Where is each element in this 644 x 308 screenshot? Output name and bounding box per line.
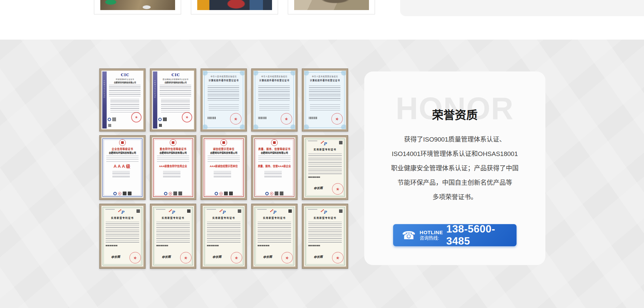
red-seal-icon: ★ [230,251,243,264]
red-seal-icon [220,139,227,146]
qr-code-icon [137,209,140,213]
qr-code-icon [275,192,278,195]
red-seal-icon: ★ [280,251,294,264]
paragraph-line: 获得了ISO9001质量管理体系认证、 [371,132,539,147]
certificate-paper: 重合同守信用等级证书 合肥珂玛环保科技有限公司 AAA级重合同守信用企业 ★ [152,138,194,198]
certificate-decor [308,141,317,141]
certificate-company: 合肥珂玛环保科技有限公司 [154,151,192,154]
barcode-icon [308,176,320,178]
red-seal-icon: ★ [179,251,193,264]
qr-code-icon [238,209,241,213]
certificate-grid: CERTIFICATE CIC 环境管理体系认证证书 合肥珂玛环保科技有限公司 … [99,68,348,270]
cnipa-logo-icon: P [273,210,276,215]
certificate-patent: P 实用新型专利证书 申长雨 ★ [201,204,247,269]
certificate-patent: P 实用新型专利证书 申长雨 ★ [302,204,348,269]
section-title: 荣誉资质 [364,108,545,122]
signature: 申长雨 [212,254,222,259]
certificate-decor [309,86,340,102]
certificate-patent: P 实用新型专利证书 申长雨 ★ [251,204,298,269]
red-seal-icon: ★ [330,112,344,125]
certificate-company: 合肥珂玛环保科技有限公司 [256,151,293,154]
certificate-title: 职业健康安全管理体系认证证书 [158,78,194,80]
certificate-paper: P 实用新型专利证书 申长雨 ★ [203,206,245,266]
project-gallery-strip [0,0,644,40]
star-mark-icon: ★ [169,192,172,195]
project-photo-card[interactable] [94,0,181,14]
certificate-title: 计算机软件著作权登记证书 [204,79,244,82]
certificate-paper: P 实用新型专利证书 申长雨 ★ [102,206,143,266]
certificate-credit: 质量、服务、信誉等级证书 合肥珂玛环保科技有限公司 质量、服务、信誉AAA级企业… [251,135,298,200]
qr-code-icon [123,192,126,195]
certificate-paper: 诚信经营示范单位 合肥珂玛环保科技有限公司 AAA级诚信经营示范单位 ★ [203,138,245,198]
barcode-icon [258,117,266,119]
certificate-paper: 企业信用等级证书 合肥珂玛环保科技有限公司 AAA级 ★ [102,138,143,198]
cic-logo: CIC [108,73,143,77]
certificate-cic-iso: CERTIFICATE CIC 职业健康安全管理体系认证证书 合肥珂玛环保科技有… [150,68,196,132]
concrete-pit-construction-photo [294,0,369,10]
cnipa-logo-icon: P [323,210,326,215]
qr-code-icon [108,124,111,127]
certificate-decor [156,222,190,243]
certificate-side-band: CERTIFICATE [153,71,157,129]
certificate-decor [161,99,190,113]
certificate-decor [207,222,240,243]
certificate-issuer: 中华人民共和国国家版权局 [204,75,243,78]
excavation-green-netting-photo [100,0,175,10]
certificate-decor [264,171,282,177]
red-seal-icon [170,139,176,146]
certificate-decor [108,117,116,121]
signature: 申长雨 [111,254,120,259]
hotline-label-zh: 咨询热线: [420,235,443,241]
certificate-paper: 中华人民共和国国家版权局 计算机软件著作权登记证书 ★ [203,71,245,129]
project-photo-card[interactable] [191,0,278,14]
project-photo-card[interactable] [288,0,375,14]
certificate-patent: P 实用新型专利证书 申长雨 ★ [302,135,348,200]
red-seal-icon [271,139,278,146]
certificate-company: 合肥珂玛环保科技有限公司 [107,81,143,84]
hotline-labels: HOTLINE 咨询热线: [420,229,443,241]
certificate-decor [158,117,167,121]
paragraph-line: 多项荣誉证书。 [371,190,539,204]
cnipa-logo-icon: P [222,210,225,215]
certificate-copyright: 中华人民共和国国家版权局 计算机软件著作权登记证书 ★ [251,68,298,132]
star-mark-icon: ★ [270,192,273,195]
qr-code-icon [163,117,167,121]
certificate-decor [208,86,239,102]
red-seal-icon: ★ [128,251,142,264]
hotline-button[interactable]: ☎ HOTLINE 咨询热线: 138-5600-3485 [393,224,517,246]
red-seal-icon: ★ [331,182,344,196]
certification-mark-icon [113,192,117,195]
certificate-title: 重合同守信用等级证书 [155,147,191,151]
page: CERTIFICATE CIC 环境管理体系认证证书 合肥珂玛环保科技有限公司 … [0,0,644,308]
qr-code-icon [159,124,162,127]
certificate-patent: P 实用新型专利证书 申长雨 ★ [99,204,146,269]
qr-code-icon [178,192,182,195]
certificate-paper: P 实用新型专利证书 申长雨 ★ [152,206,194,266]
hotline-phone-number: 138-5600-3485 [446,223,517,247]
cnipa-logo-icon: P [323,142,326,146]
barcode-icon [308,245,320,246]
qr-code-icon [224,192,228,195]
red-seal-icon: ★ [331,251,344,264]
signature: 申长雨 [162,254,171,259]
certificate-award: AAA级诚信经营示范单位 [204,164,243,168]
barcode-icon [208,117,216,119]
barcode-icon [258,245,270,246]
paragraph-line: ISO14001环境管理体系认证和OHSAS18001 [371,147,539,161]
certificate-decor [160,85,191,97]
certificate-decor [310,104,340,111]
certificate-decor: ★ [104,192,141,195]
qr-code-icon [187,209,191,213]
certificate-title: 实用新型专利证书 [305,148,345,151]
certification-mark-icon [158,118,162,121]
certification-mark-icon [265,192,269,195]
signature: 申长雨 [314,186,323,191]
paragraph-line: 职业健康安全管理体系认证；产品获得了中国 [371,161,539,175]
certificate-decor [112,171,130,177]
cic-logo: CIC [158,73,193,77]
honor-description: 获得了ISO9001质量管理体系认证、 ISO14001环境管理体系认证和OHS… [371,132,539,204]
certificate-decor [106,222,139,243]
certificate-title: 实用新型专利证书 [102,216,143,219]
certificate-title: 环境管理体系认证证书 [107,78,143,80]
certificate-issuer: 中华人民共和国国家版权局 [306,75,344,78]
